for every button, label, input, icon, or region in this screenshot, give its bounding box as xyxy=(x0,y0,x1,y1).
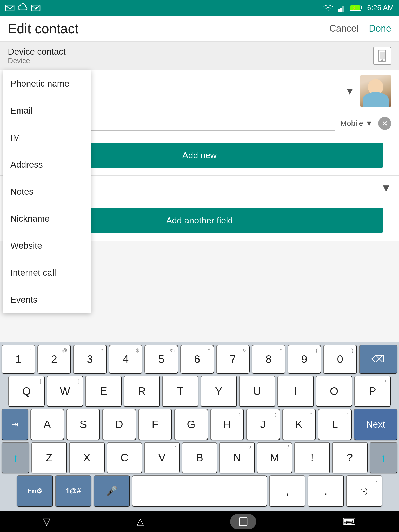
symbols-key[interactable]: 1@# xyxy=(55,475,91,507)
period-key[interactable]: . xyxy=(308,475,344,507)
key-main-G: G xyxy=(187,418,195,431)
key-A[interactable]: A xyxy=(30,409,64,440)
key-0[interactable]: )0 xyxy=(323,345,357,374)
key-P[interactable]: +P xyxy=(354,376,391,407)
key-main-Y: Y xyxy=(215,385,222,397)
key-main-P: P xyxy=(369,385,376,397)
key-super-J: ; xyxy=(275,411,276,417)
expand-icon[interactable]: ▼ xyxy=(344,85,355,97)
language-key[interactable]: En⚙ xyxy=(17,475,53,507)
key-?[interactable]: ? xyxy=(332,442,368,473)
key-super-6: ^ xyxy=(208,348,210,354)
key-![interactable]: ! xyxy=(294,442,330,473)
device-icon-button[interactable] xyxy=(373,47,391,65)
key-6[interactable]: ^6 xyxy=(180,345,214,374)
key-I[interactable]: I xyxy=(277,376,314,407)
backspace-key[interactable]: ⌫ xyxy=(359,345,397,374)
groups-chevron-icon[interactable]: ▼ xyxy=(381,182,391,194)
key-X[interactable]: X xyxy=(69,442,105,473)
key-C[interactable]: C xyxy=(107,442,142,473)
next-label: Next xyxy=(366,419,385,430)
dropdown-item-notes[interactable]: Notes xyxy=(3,178,91,205)
key-main-I: I xyxy=(294,385,297,397)
key-main-R: R xyxy=(138,385,146,397)
device-bar: Device contact Device xyxy=(0,42,399,70)
key-O[interactable]: O xyxy=(316,376,352,407)
cloud-status-icon xyxy=(18,3,28,12)
key-G[interactable]: G xyxy=(174,409,208,440)
dropdown-item-website[interactable]: Website xyxy=(3,232,91,259)
cancel-button[interactable]: Cancel xyxy=(329,23,358,34)
signal-icon xyxy=(338,4,346,12)
key-super-V: ' xyxy=(175,445,176,451)
key-main-B: B xyxy=(196,451,203,464)
home-button[interactable]: △ xyxy=(137,516,144,527)
shift-key-right[interactable]: ↑ xyxy=(370,442,397,473)
space-label: ___ xyxy=(194,487,205,495)
key-T[interactable]: T xyxy=(162,376,198,407)
dropdown-item-nickname[interactable]: Nickname xyxy=(3,205,91,232)
app-bar-actions: Cancel Done xyxy=(329,23,391,34)
key-9[interactable]: (9 xyxy=(288,345,321,374)
key-2[interactable]: @2 xyxy=(37,345,71,374)
svg-rect-3 xyxy=(338,9,340,12)
dropdown-item-address[interactable]: Address xyxy=(3,151,91,178)
key-B[interactable]: –B xyxy=(182,442,217,473)
key-main-A: A xyxy=(44,418,51,431)
dropdown-item-phonetic-name[interactable]: Phonetic name xyxy=(3,70,91,97)
key-1[interactable]: !1 xyxy=(2,345,35,374)
emoji-key[interactable]: ···:-) xyxy=(346,475,382,507)
key-V[interactable]: 'V xyxy=(144,442,180,473)
next-key[interactable]: Next xyxy=(354,409,397,440)
key-main-8: 8 xyxy=(265,353,271,365)
phone-type-button[interactable]: Mobile ▼ xyxy=(340,119,373,128)
key-main-Q: Q xyxy=(22,385,31,397)
key-main-E: E xyxy=(100,385,107,397)
key-4[interactable]: $4 xyxy=(109,345,143,374)
dropdown-item-im[interactable]: IM xyxy=(3,124,91,151)
period-label: . xyxy=(324,485,327,497)
dropdown-item-email[interactable]: Email xyxy=(3,97,91,124)
dropdown-item-internet-call[interactable]: Internet call xyxy=(3,259,91,286)
recents-button[interactable] xyxy=(230,514,256,529)
key-W[interactable]: ]W xyxy=(47,376,83,407)
key-K[interactable]: "K xyxy=(282,409,316,440)
key-main-1: 1 xyxy=(15,353,21,365)
tab-key[interactable]: ⇥ xyxy=(2,409,28,440)
key-H[interactable]: :H xyxy=(210,409,244,440)
key-Z[interactable]: Z xyxy=(31,442,67,473)
key-8[interactable]: *8 xyxy=(252,345,285,374)
shift-key-left[interactable]: ↑ xyxy=(2,442,29,473)
key-7[interactable]: &7 xyxy=(216,345,250,374)
key-J[interactable]: ;J xyxy=(246,409,280,440)
key-5[interactable]: %5 xyxy=(144,345,178,374)
key-main-S: S xyxy=(79,418,87,431)
key-Y[interactable]: Y xyxy=(201,376,237,407)
key-E[interactable]: E xyxy=(85,376,122,407)
key-N[interactable]: ?N xyxy=(219,442,255,473)
key-main-6: 6 xyxy=(194,353,200,365)
key-Q[interactable]: [Q xyxy=(8,376,45,407)
key-3[interactable]: #3 xyxy=(73,345,107,374)
space-key[interactable]: ___ xyxy=(132,475,267,507)
dropdown-item-events[interactable]: Events xyxy=(3,286,91,313)
back-button[interactable]: ▽ xyxy=(43,516,50,527)
key-S[interactable]: S xyxy=(66,409,100,440)
main-content: ▼ Mobile ▼ ✕ Add new …vorites, VIP ▼ Add… xyxy=(0,70,399,241)
comma-key[interactable]: , xyxy=(269,475,305,507)
status-bar-left: M xyxy=(5,3,41,12)
backspace-icon: ⌫ xyxy=(371,354,385,365)
done-button[interactable]: Done xyxy=(369,23,391,34)
gmail-status-icon: M xyxy=(31,3,41,12)
key-main-?: ? xyxy=(347,451,353,464)
battery-icon: ⚡ xyxy=(350,4,363,12)
key-D[interactable]: D xyxy=(102,409,136,440)
key-R[interactable]: R xyxy=(124,376,160,407)
remove-phone-button[interactable]: ✕ xyxy=(378,117,391,130)
key-U[interactable]: U xyxy=(239,376,275,407)
mic-key[interactable]: 🎤 xyxy=(94,475,130,507)
key-M[interactable]: /M xyxy=(257,442,292,473)
keyboard-nav-button[interactable]: ⌨ xyxy=(342,516,356,527)
key-F[interactable]: F xyxy=(138,409,172,440)
key-L[interactable]: 'L xyxy=(318,409,352,440)
